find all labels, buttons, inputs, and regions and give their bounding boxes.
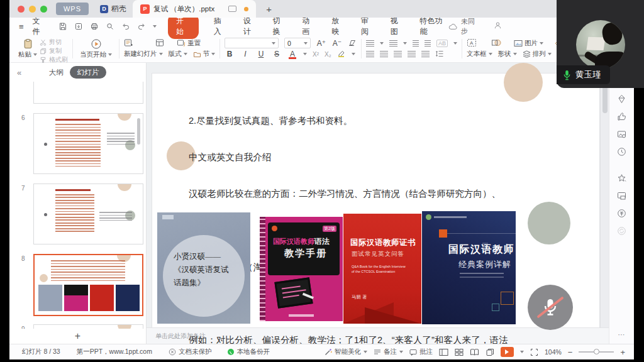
- font-name-select[interactable]: [225, 38, 279, 48]
- zoom-window-button[interactable]: [40, 6, 47, 13]
- decrease-font-button[interactable]: A⁻: [332, 39, 342, 48]
- reset-button[interactable]: 重置: [177, 39, 201, 48]
- slide-thumbnail-7[interactable]: [33, 184, 143, 244]
- slide-8[interactable]: 2.尽量找到复试真题、背参考书和资料。 中文或英文自我介绍 汉硕老师比较在意的方…: [152, 74, 599, 327]
- tab-review[interactable]: 审阅: [361, 16, 375, 37]
- shapes-button[interactable]: 形状: [498, 50, 517, 58]
- video-participant-tile[interactable]: 黄玉瑾: [557, 0, 644, 88]
- subscript-button[interactable]: X₂: [325, 51, 331, 58]
- bullet-list-icon[interactable]: [366, 40, 374, 47]
- line-spacing-icon[interactable]: [435, 50, 443, 58]
- canvas-scrollbar[interactable]: [600, 63, 609, 327]
- picture-button[interactable]: 图片: [514, 39, 543, 48]
- clear-format-icon[interactable]: [348, 39, 357, 48]
- align-right-icon[interactable]: [394, 51, 402, 57]
- sidebar-scrollbar[interactable]: [137, 118, 140, 145]
- smart-beautify-button[interactable]: 智能美化: [325, 348, 367, 356]
- redo-icon[interactable]: [137, 22, 146, 31]
- wps-home-button[interactable]: WPS: [56, 3, 89, 15]
- undo-icon[interactable]: [121, 22, 130, 31]
- notes-button[interactable]: 备注: [374, 348, 403, 356]
- local-backup[interactable]: 本地备份开: [228, 348, 270, 356]
- zoom-slider-knob[interactable]: [594, 349, 599, 354]
- new-tab-button[interactable]: +: [266, 4, 272, 14]
- print-icon[interactable]: [90, 22, 99, 31]
- increase-font-button[interactable]: A⁺: [316, 39, 326, 48]
- slide-sorter-icon[interactable]: [455, 348, 464, 356]
- font-color-caret-icon[interactable]: [303, 53, 307, 55]
- normal-view-icon[interactable]: [439, 348, 448, 356]
- sync-status[interactable]: 未同步: [448, 17, 481, 36]
- export-icon[interactable]: [74, 22, 83, 31]
- find-icon[interactable]: [106, 22, 114, 31]
- hamburger-icon[interactable]: ≡: [19, 22, 24, 31]
- layout-button[interactable]: 版式: [169, 50, 187, 58]
- italic-button[interactable]: I: [240, 50, 250, 58]
- tab-outline[interactable]: 大纲: [49, 68, 64, 77]
- font-size-select[interactable]: 0: [284, 38, 311, 48]
- slide-thumbnail-5[interactable]: [33, 82, 143, 104]
- book-cover-certificate-qa[interactable]: 国际汉语教师证书 面试常见英文问答 Q&A Book for the Engli…: [343, 214, 421, 324]
- menu-file[interactable]: 文件: [33, 16, 47, 37]
- slide-thumbnail-9[interactable]: [33, 324, 143, 329]
- history-clock-icon[interactable]: [617, 147, 626, 156]
- zoom-in-button[interactable]: +: [620, 348, 625, 357]
- quick-access-caret-icon[interactable]: [153, 25, 157, 28]
- highlight-button[interactable]: [337, 50, 346, 58]
- new-slide-button[interactable]: 新建幻灯片: [124, 50, 163, 58]
- sync-disabled-icon[interactable]: [617, 226, 626, 236]
- align-center-icon[interactable]: [380, 51, 388, 57]
- minimize-window-button[interactable]: [29, 6, 36, 13]
- assistant-gem-icon[interactable]: [617, 94, 626, 104]
- play-from-current-button[interactable]: 当页开始: [77, 37, 114, 60]
- text-box-button[interactable]: 文本框: [467, 50, 492, 58]
- tab-view[interactable]: 视图: [391, 16, 405, 37]
- bold-button[interactable]: B: [225, 50, 235, 58]
- distribute-icon[interactable]: [421, 51, 430, 57]
- book-cover-topic-collection[interactable]: 小贤汉硕—— 《汉硕英语复试 话题集》: [157, 212, 250, 324]
- add-slide-button[interactable]: +: [9, 329, 146, 344]
- zoom-percentage[interactable]: 104%: [545, 348, 562, 356]
- account-icon[interactable]: [494, 21, 502, 31]
- tab-design[interactable]: 设计: [243, 16, 258, 37]
- coin-icon[interactable]: [617, 209, 626, 218]
- slide-thumbnail-6[interactable]: [33, 113, 143, 174]
- tab-insert[interactable]: 插入: [214, 16, 228, 37]
- paste-button[interactable]: 粘贴: [16, 37, 40, 60]
- play-options-caret-icon[interactable]: [520, 351, 524, 353]
- book-cover-grammar-handbook[interactable]: 第2版 国际汉语教师语法 教学手册: [260, 217, 343, 321]
- increase-indent-icon[interactable]: [425, 40, 431, 47]
- effects-star-icon[interactable]: [617, 173, 626, 183]
- strikethrough-button[interactable]: S: [272, 50, 282, 58]
- section-button[interactable]: 节: [193, 50, 216, 58]
- cast-screen-icon[interactable]: [617, 191, 626, 200]
- image-edit-icon[interactable]: [617, 129, 626, 139]
- tab-transition[interactable]: 切换: [272, 16, 287, 37]
- superscript-button[interactable]: X²: [313, 51, 319, 58]
- numbered-list-icon[interactable]: [389, 40, 397, 47]
- tab-slideshow[interactable]: 放映: [331, 16, 346, 37]
- tab-document[interactable]: P 复试 （单次）.pptx: [133, 0, 256, 18]
- more-icon[interactable]: ⋯: [618, 331, 626, 339]
- tab-animation[interactable]: 动画: [302, 16, 316, 37]
- mute-microphone-button[interactable]: [528, 285, 573, 330]
- comments-button[interactable]: 批注: [409, 348, 433, 356]
- document-protection[interactable]: 文档未保护: [169, 348, 212, 356]
- font-color-button[interactable]: A: [287, 50, 297, 58]
- slideshow-settings-icon[interactable]: [486, 348, 494, 356]
- zoom-slider[interactable]: [579, 351, 614, 353]
- tab-slides[interactable]: 幻灯片: [70, 66, 107, 79]
- tab-docer[interactable]: D 稻壳: [95, 0, 131, 18]
- arrange-button[interactable]: 排列: [523, 50, 552, 58]
- book-cover-classic-cases[interactable]: 国际汉语教师 经典案例详解: [422, 211, 516, 324]
- like-hand-icon[interactable]: [617, 112, 626, 121]
- copy-button[interactable]: 复制: [40, 47, 68, 55]
- text-direction-button[interactable]: AB: [436, 40, 448, 47]
- tab-special-features[interactable]: 特色功能: [420, 16, 449, 37]
- decrease-indent-icon[interactable]: [413, 40, 419, 47]
- save-icon[interactable]: [58, 22, 67, 31]
- reading-view-icon[interactable]: [470, 348, 479, 356]
- justify-icon[interactable]: [408, 51, 416, 57]
- align-left-icon[interactable]: [366, 51, 374, 57]
- close-window-button[interactable]: [18, 6, 25, 13]
